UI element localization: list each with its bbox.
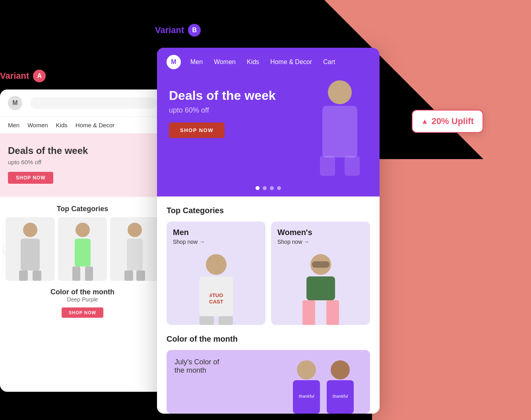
background-coral <box>372 159 531 420</box>
dot-4[interactable] <box>277 186 281 190</box>
nav-links-b: Men Women Kids Home & Decor Cart <box>190 58 370 66</box>
svg-text:CAST: CAST <box>209 299 223 305</box>
svg-point-16 <box>206 254 227 275</box>
svg-rect-11 <box>136 270 145 281</box>
svg-rect-10 <box>124 270 133 281</box>
dot-1[interactable] <box>256 186 260 190</box>
variant-b-label: Variant B <box>155 24 201 37</box>
nav-a: M <box>0 89 165 117</box>
cat-images-a: < <box>0 217 165 281</box>
cat-a-men <box>6 217 55 281</box>
variant-a-badge: A <box>33 70 46 82</box>
figure-a-3 <box>119 221 151 281</box>
nav-b-women[interactable]: Women <box>214 58 236 66</box>
color-people-svg: thankful thankful <box>275 358 370 414</box>
variant-a-text: Variant <box>0 71 29 81</box>
svg-point-0 <box>23 223 37 237</box>
men-person-svg: #TUO CAST <box>188 253 244 325</box>
cat-men-figure: #TUO CAST <box>188 253 244 325</box>
nav-a-women[interactable]: Women <box>27 122 48 128</box>
svg-rect-7 <box>85 266 93 281</box>
svg-point-27 <box>297 360 316 379</box>
color-month-a-title: Color of the month <box>8 288 157 296</box>
svg-rect-26 <box>312 261 329 268</box>
color-month-b-text: July's Color of the month <box>174 358 230 375</box>
body-content-b: Top Categories Men Shop now → #TUO CAST <box>157 196 380 414</box>
uplift-value: 20% Uplift <box>432 116 474 126</box>
svg-point-12 <box>328 80 352 104</box>
variant-a-card: M Men Women Kids Home & Decor Deals of t… <box>0 89 165 392</box>
svg-rect-20 <box>200 316 214 325</box>
model-b-figure <box>308 76 372 176</box>
color-month-a: Color of the month Deep Purple SHOP NOW <box>0 281 165 320</box>
hero-b: Deals of the week upto 60% off SHOP NOW <box>157 76 380 180</box>
dot-2[interactable] <box>263 186 267 190</box>
svg-rect-1 <box>21 239 40 270</box>
svg-rect-14 <box>320 156 335 176</box>
hero-dots <box>157 180 380 196</box>
cat-womens-figure <box>293 253 349 325</box>
svg-rect-9 <box>127 239 143 270</box>
cat-womens-link[interactable]: Shop now → <box>277 239 364 245</box>
uplift-badge: ▲ 20% Uplift <box>412 110 483 133</box>
hero-a-subtitle: upto 60% off <box>8 159 157 165</box>
women-person-svg <box>293 253 349 325</box>
hero-a-cta[interactable]: SHOP NOW <box>8 172 53 184</box>
svg-rect-15 <box>345 156 360 176</box>
logo-b: M <box>167 55 181 69</box>
hero-b-model <box>308 76 372 176</box>
hero-a-title: Deals of the week <box>8 145 157 156</box>
cat-womens-name: Women's <box>277 228 364 237</box>
uplift-arrow: ▲ <box>421 117 428 126</box>
top-cat-a-title: Top Categories <box>0 197 165 217</box>
dot-3[interactable] <box>270 186 274 190</box>
svg-rect-25 <box>326 300 339 325</box>
svg-rect-2 <box>19 270 28 281</box>
nav-b-home[interactable]: Home & Decor <box>270 58 312 66</box>
nav-b-kids[interactable]: Kids <box>247 58 259 66</box>
cat-a-women <box>58 217 107 281</box>
color-month-a-cta[interactable]: SHOP NOW <box>62 307 103 318</box>
svg-text:thankful: thankful <box>299 394 314 399</box>
nav-b: M Men Women Kids Home & Decor Cart <box>157 48 380 76</box>
cat-card-men[interactable]: Men Shop now → #TUO CAST <box>167 222 266 325</box>
svg-text:#TUO: #TUO <box>209 292 223 298</box>
hero-a: Deals of the week upto 60% off SHOP NOW <box>0 133 165 197</box>
cat-card-womens[interactable]: Women's Shop now → <box>271 222 370 325</box>
top-cat-b-title: Top Categories <box>167 206 370 215</box>
hero-b-cta[interactable]: SHOP NOW <box>169 122 225 138</box>
color-month-figures: thankful thankful <box>275 358 370 414</box>
svg-point-30 <box>331 360 350 379</box>
svg-rect-23 <box>306 276 335 300</box>
variant-a-label: Variant A <box>0 70 46 82</box>
logo-a: M <box>8 96 22 110</box>
color-month-b-title: Color of the month <box>167 334 370 344</box>
svg-text:thankful: thankful <box>333 394 348 399</box>
svg-rect-5 <box>75 239 91 266</box>
color-month-a-subtitle: Deep Purple <box>8 296 157 303</box>
man-figure-a <box>14 221 46 281</box>
nav-links-a: Men Women Kids Home & Decor <box>0 117 165 133</box>
search-bar-a[interactable] <box>30 97 157 109</box>
svg-rect-3 <box>33 270 41 281</box>
variant-b-card: M Men Women Kids Home & Decor Cart Deals… <box>157 48 380 414</box>
svg-rect-6 <box>72 266 80 281</box>
hero-b-title: Deals of the week <box>169 88 280 103</box>
cat-men-name: Men <box>173 228 259 237</box>
svg-rect-21 <box>219 316 233 325</box>
svg-rect-13 <box>322 106 357 158</box>
woman-figure-a <box>67 221 99 281</box>
cat-a-third <box>110 217 159 281</box>
svg-rect-24 <box>302 300 315 325</box>
svg-point-8 <box>128 223 142 237</box>
nav-a-kids[interactable]: Kids <box>56 122 68 128</box>
nav-a-men[interactable]: Men <box>8 122 19 128</box>
color-month-b-card: July's Color of the month thankful thank… <box>167 350 370 414</box>
color-month-b: Color of the month July's Color of the m… <box>167 334 370 414</box>
variant-b-badge: B <box>188 24 201 37</box>
nav-b-cart[interactable]: Cart <box>323 58 335 66</box>
cat-men-link[interactable]: Shop now → <box>173 239 259 245</box>
nav-b-men[interactable]: Men <box>190 58 203 66</box>
nav-a-home[interactable]: Home & Decor <box>76 122 114 128</box>
variant-b-text: Variant <box>155 25 184 35</box>
